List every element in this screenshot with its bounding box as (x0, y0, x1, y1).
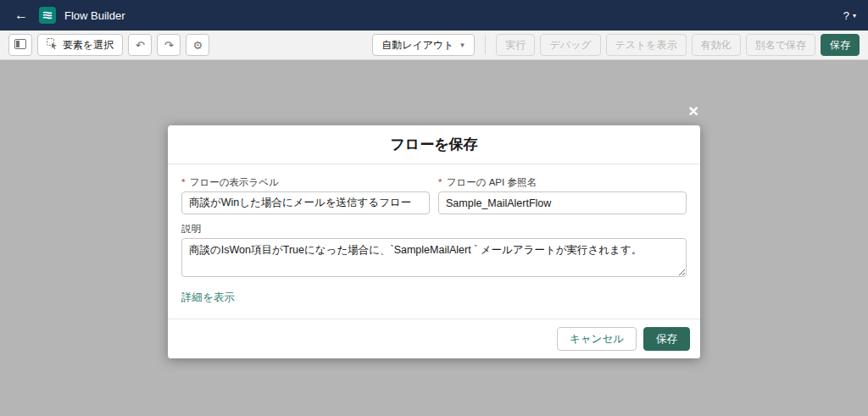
save-label: 保存 (830, 38, 850, 53)
settings-button[interactable]: ⚙ (186, 34, 209, 56)
cancel-button[interactable]: キャンセル (557, 327, 637, 351)
undo-button[interactable]: ↶ (128, 34, 152, 56)
modal-body: * フローの表示ラベル * フローの API 参照名 説明 商談 (168, 164, 700, 319)
save-button[interactable]: 保存 (821, 34, 860, 56)
show-tests-button[interactable]: テストを表示 (606, 34, 687, 56)
auto-layout-label: 自動レイアウト (381, 38, 453, 53)
save-as-button[interactable]: 別名で保存 (746, 34, 815, 56)
modal-title: フローを保存 (168, 125, 700, 164)
app-header: ← Flow Builder ? ▾ (0, 0, 868, 31)
flow-builder-logo-icon (39, 7, 56, 24)
chevron-down-icon: ▼ (459, 42, 466, 49)
api-name-field-label-text: フローの API 参照名 (447, 177, 537, 187)
select-cursor-icon (47, 38, 58, 52)
toolbar-divider (485, 36, 486, 54)
description-field-label: 説明 (181, 223, 687, 236)
toolbar-right-group: 自動レイアウト ▼ 実行 デバッグ テストを表示 有効化 別名で保存 保存 (372, 34, 860, 56)
debug-button[interactable]: デバッグ (540, 34, 600, 56)
redo-button[interactable]: ↷ (157, 34, 181, 56)
help-icon: ? (843, 9, 849, 22)
description-field-label-text: 説明 (181, 224, 201, 234)
flow-label-field: * フローの表示ラベル (181, 176, 430, 214)
modal-window: フローを保存 * フローの表示ラベル * フローの API 参照名 (168, 125, 700, 358)
redo-icon: ↷ (164, 39, 174, 52)
app-title: Flow Builder (64, 9, 125, 22)
gear-icon: ⚙ (192, 39, 203, 52)
close-icon: × (688, 102, 698, 120)
activate-button[interactable]: 有効化 (692, 34, 741, 56)
flow-label-field-label-text: フローの表示ラベル (190, 177, 279, 187)
toolbar-left-group: 要素を選択 ↶ ↷ ⚙ (8, 34, 209, 56)
run-button[interactable]: 実行 (496, 34, 535, 56)
flow-label-input[interactable] (181, 191, 430, 214)
name-fields-row: * フローの表示ラベル * フローの API 参照名 (181, 176, 687, 223)
back-arrow-icon: ← (14, 8, 28, 22)
toggle-panel-icon (14, 39, 26, 52)
show-tests-label: テストを表示 (615, 38, 677, 53)
close-button[interactable]: × (688, 103, 698, 119)
back-button[interactable]: ← (12, 8, 31, 23)
run-label: 実行 (505, 38, 526, 53)
save-as-label: 別名で保存 (755, 38, 806, 53)
select-elements-label: 要素を選択 (63, 38, 114, 53)
description-field: 説明 商談のIsWon項目がTrueになった場合に、`SampleMailAle… (181, 223, 687, 277)
api-name-field-label: * フローの API 参照名 (438, 176, 687, 189)
toggle-toolbox-button[interactable] (8, 34, 32, 56)
modal-save-button[interactable]: 保存 (643, 327, 690, 351)
auto-layout-dropdown[interactable]: 自動レイアウト ▼ (372, 34, 475, 56)
undo-icon: ↶ (136, 39, 145, 52)
modal-footer: キャンセル 保存 (168, 319, 700, 358)
show-advanced-link[interactable]: 詳細を表示 (181, 291, 235, 305)
flow-toolbar: 要素を選択 ↶ ↷ ⚙ 自動レイアウト ▼ 実行 デバッグ テストを表示 有効化 (0, 31, 868, 60)
api-name-input[interactable] (438, 191, 687, 214)
required-asterisk: * (438, 177, 442, 187)
description-textarea[interactable]: 商談のIsWon項目がTrueになった場合に、`SampleMailAlert … (181, 238, 687, 277)
help-menu-button[interactable]: ? ▾ (843, 9, 856, 22)
debug-label: デバッグ (549, 38, 591, 53)
chevron-down-icon: ▾ (853, 12, 856, 19)
save-flow-modal: × フローを保存 * フローの表示ラベル * フローの API 参照名 (168, 125, 700, 358)
flow-label-field-label: * フローの表示ラベル (181, 176, 430, 189)
api-name-field: * フローの API 参照名 (438, 176, 687, 214)
select-elements-button[interactable]: 要素を選択 (37, 34, 123, 56)
activate-label: 有効化 (701, 38, 732, 53)
required-asterisk: * (181, 177, 185, 187)
